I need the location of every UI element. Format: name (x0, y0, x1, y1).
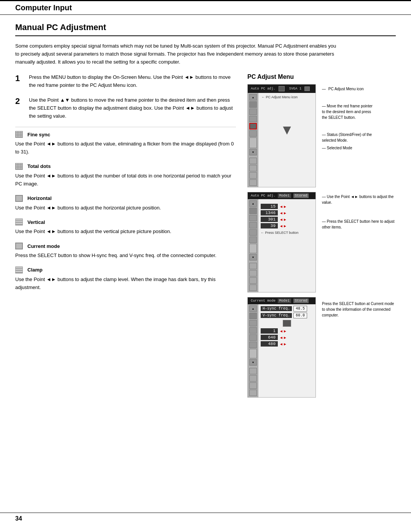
arrow-right-3: ◄► (279, 217, 287, 222)
pc-sidebar-3: ▲ ▼ (248, 304, 258, 397)
v-sync-row: V-sync freq. 60.0 (261, 313, 313, 318)
value-row-1: 15 ◄► (261, 204, 313, 209)
vr3-1: 1 ◄► (261, 328, 313, 334)
clamp-header: Clamp (15, 267, 236, 273)
sb-icon-5 (249, 130, 257, 137)
sb2-6 (249, 244, 257, 253)
clamp-label: Clamp (27, 267, 43, 273)
sb2-up: ▲ (249, 200, 257, 207)
vertical-header: Vertical (15, 219, 236, 225)
arr3-1: ◄► (279, 329, 287, 333)
step-1-text: Press the MENU button to display the On-… (29, 73, 236, 89)
diagram-1: Auto PC adj. SVGA 1 ▲ (247, 84, 316, 190)
clamp-desc: Use the Point ◄► buttons to adjust the c… (15, 276, 236, 292)
intro-paragraph: Some computers employ special signal for… (15, 42, 339, 66)
arrow-right-4: ◄► (279, 224, 287, 228)
vertical-icon (15, 219, 23, 225)
sb3-5 (249, 342, 257, 348)
value-rows-3: 1 ◄► 640 ◄► 480 ◄► (261, 328, 313, 347)
sb3-11 (249, 390, 257, 396)
annot-current-mode: Press the SELECT button at Current mode … (322, 301, 396, 318)
value-row-2: 1346 ◄► (261, 210, 313, 216)
diagram-2-annotations: — Use the Point ◄► buttons to adjust the… (319, 192, 396, 295)
step-2-number: 2 (15, 96, 24, 106)
sb2-8 (249, 263, 257, 269)
stored-chip-3: Stored (293, 299, 309, 303)
sb2-2 (249, 215, 257, 221)
fine-sync-icon (15, 131, 23, 138)
main-content: Manual PC Adjustment Some computers empl… (0, 15, 411, 423)
step-2-text: Use the Point ▲▼ buttons to move the red… (29, 96, 236, 120)
h-sync-val: 48.5 (293, 306, 307, 312)
sb2-5 (249, 236, 257, 243)
pc-body-2: ▲ ▼ (248, 199, 315, 292)
step-2: 2 Use the Point ▲▼ buttons to move the r… (15, 96, 236, 120)
page-title: Manual PC Adjustment (15, 22, 396, 36)
diagram-3-annotations: Press the SELECT button at Current mode … (319, 297, 396, 400)
diagram-2: Auto PC adj. Mode1 Stored ▲ (247, 192, 316, 295)
sb-icon-11 (249, 179, 257, 186)
step-1-number: 1 (15, 73, 24, 83)
val-640: 640 (261, 335, 278, 340)
item-current-mode: Current mode Press the SELECT button to … (15, 243, 236, 260)
camera-icon (283, 320, 291, 327)
current-mode-label-2: Current mode (251, 299, 276, 303)
select-btn-annot: ← Press SELECT button (261, 231, 313, 235)
total-dots-header: Total dots (15, 163, 236, 170)
sb2-11 (249, 284, 257, 291)
vertical-label: Vertical (27, 219, 45, 225)
pc-top-icon (279, 86, 285, 91)
sb3-3 (249, 327, 257, 334)
horizontal-desc: Use the Point ◄► buttons to adjust the h… (15, 204, 236, 212)
horizontal-header: Horizontal (15, 195, 236, 202)
header-title: Computer Input (15, 3, 72, 12)
diagram-1-annotations: PC Adjust Menu icon — Move the red frame… (319, 84, 396, 190)
annot-point-buttons: — Use the Point ◄► buttons to adjust the… (322, 194, 396, 205)
vr3-2: 640 ◄► (261, 335, 313, 340)
pc-adjust-title: PC Adjust Menu (247, 73, 396, 80)
value-rows: 15 ◄► 1346 ◄► 301 ◄► (261, 204, 313, 228)
diagram-2-container: Auto PC adj. Mode1 Stored ▲ (247, 192, 396, 295)
fine-sync-header: Fine sync (15, 131, 236, 138)
stored-bar: Auto PC adj. Mode1 Stored (248, 192, 315, 199)
pc-sidebar-1: ▲ ▼ (248, 93, 258, 187)
step-1: 1 Press the MENU button to display the O… (15, 73, 236, 89)
mode-chip: Mode1 (278, 193, 291, 198)
clamp-icon (15, 267, 23, 273)
page-number: 34 (15, 515, 22, 522)
sb3-1 (249, 313, 257, 319)
total-dots-desc: Use the Point ◄► buttons to adjust the n… (15, 172, 236, 188)
pc-diagram-box-1: Auto PC adj. SVGA 1 ▲ (247, 84, 316, 187)
sb3-2 (249, 320, 257, 326)
pc-main-1: ← PC Adjust Menu icon ▼ (258, 93, 315, 187)
arrow-right-1: ◄► (279, 204, 287, 209)
svga-label: SVGA 1 (289, 87, 301, 91)
sb-icon-9 (249, 165, 257, 171)
sb3-4 (249, 334, 257, 341)
value-row-4: 39 ◄► (261, 223, 313, 228)
sb3-up: ▲ (249, 305, 257, 312)
sb3-10 (249, 382, 257, 389)
annot-selected-mode: — Selected Mode (322, 145, 396, 151)
pc-top-bar-1: Auto PC adj. SVGA 1 (248, 85, 315, 93)
h-sync-row: H-sync freq. 48.5 (261, 306, 313, 312)
auto-pc-label: Auto PC adj. (251, 87, 276, 91)
sb-icon-10 (249, 172, 257, 179)
menu-icon-label: ← PC Adjust Menu icon (261, 95, 312, 99)
mode-chip-3: Mode1 (278, 299, 291, 303)
footer: 34 (0, 513, 411, 524)
val-1: 1 (261, 328, 278, 334)
pc-main-2: 15 ◄► 1346 ◄► 301 ◄► (258, 199, 315, 292)
value-1346: 1346 (261, 210, 278, 216)
pc-sidebar-2: ▲ ▼ (248, 199, 258, 292)
sb-icon-3 (249, 116, 257, 122)
v-sync-val: 60.0 (293, 313, 307, 318)
sb-icon-7: ▼ (249, 149, 257, 155)
arrow-right-2: ◄► (279, 211, 287, 215)
second-diagram-box: Auto PC adj. Mode1 Stored ▲ (247, 192, 316, 292)
sb3-8 (249, 368, 257, 374)
h-sync-label: H-sync freq. (261, 306, 292, 311)
item-vertical: Vertical Use the Point ◄► buttons to adj… (15, 219, 236, 236)
diagram-1-container: Auto PC adj. SVGA 1 ▲ (247, 84, 396, 190)
sb-icon-lines (249, 109, 257, 115)
